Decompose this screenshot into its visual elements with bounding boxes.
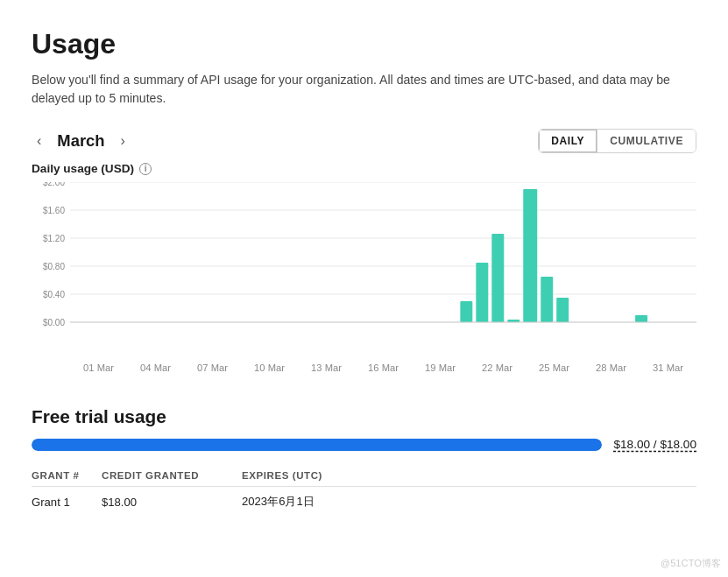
- free-trial-section: Free trial usage $18.00 / $18.00 GRANT #…: [32, 406, 696, 517]
- x-label-13mar: 13 Mar: [298, 362, 355, 373]
- x-label-01mar: 01 Mar: [70, 362, 127, 373]
- info-icon[interactable]: i: [139, 163, 152, 175]
- grant-row-1: Grant 1 $18.00 2023年6月1日: [32, 487, 696, 517]
- svg-text:$2.00: $2.00: [43, 182, 65, 187]
- chart-title: Daily usage (USD) i: [32, 162, 696, 175]
- page-title: Usage: [32, 28, 696, 60]
- progress-label: $18.00 / $18.00: [614, 438, 697, 451]
- svg-rect-16: [523, 189, 537, 322]
- grants-col-header-credit: CREDIT GRANTED: [102, 465, 242, 487]
- subtitle: Below you'll find a summary of API usage…: [32, 71, 696, 108]
- x-label-04mar: 04 Mar: [127, 362, 184, 373]
- next-month-button[interactable]: ›: [116, 130, 131, 152]
- progress-bar-fill: [32, 439, 602, 451]
- progress-bar-background: [32, 439, 602, 451]
- svg-rect-14: [491, 234, 504, 322]
- grant-credit: $18.00: [102, 487, 242, 517]
- x-label-25mar: 25 Mar: [526, 362, 583, 373]
- cumulative-toggle-button[interactable]: CUMULATIVE: [597, 130, 696, 152]
- grant-number: Grant 1: [32, 487, 102, 517]
- svg-rect-18: [556, 298, 569, 322]
- grants-col-header-expires: EXPIRES (UTC): [242, 465, 696, 487]
- x-label-16mar: 16 Mar: [355, 362, 412, 373]
- svg-rect-19: [635, 315, 647, 322]
- svg-text:$0.00: $0.00: [43, 318, 65, 327]
- x-label-28mar: 28 Mar: [583, 362, 640, 373]
- x-label-10mar: 10 Mar: [241, 362, 298, 373]
- month-navigation: ‹ March ›: [32, 130, 131, 152]
- svg-text:$1.60: $1.60: [43, 206, 65, 215]
- progress-row: $18.00 / $18.00: [32, 438, 696, 451]
- nav-row: ‹ March › DAILY CUMULATIVE: [32, 129, 696, 153]
- svg-text:$0.80: $0.80: [43, 262, 65, 271]
- svg-rect-12: [460, 301, 472, 322]
- chart-container: $2.00 $1.60 $1.20 $0.80 $0.40 $0.00: [32, 182, 696, 375]
- x-label-19mar: 19 Mar: [412, 362, 469, 373]
- current-month: March: [57, 131, 104, 151]
- svg-text:$0.40: $0.40: [43, 290, 65, 299]
- view-toggle-group: DAILY CUMULATIVE: [538, 129, 696, 153]
- grant-expires: 2023年6月1日: [242, 487, 696, 517]
- x-label-31mar: 31 Mar: [640, 362, 696, 373]
- grants-col-header-grant: GRANT #: [32, 465, 102, 487]
- daily-toggle-button[interactable]: DAILY: [539, 130, 597, 152]
- svg-rect-17: [541, 277, 553, 322]
- svg-rect-13: [476, 263, 488, 322]
- prev-month-button[interactable]: ‹: [32, 130, 46, 152]
- chart-section: Daily usage (USD) i $2.00 $1.60 $1.20 $0…: [32, 162, 696, 375]
- grants-table: GRANT # CREDIT GRANTED EXPIRES (UTC) Gra…: [32, 465, 696, 517]
- svg-text:$1.20: $1.20: [43, 234, 65, 243]
- x-label-22mar: 22 Mar: [469, 362, 526, 373]
- x-label-07mar: 07 Mar: [184, 362, 241, 373]
- free-trial-title: Free trial usage: [32, 406, 696, 427]
- bar-chart: $2.00 $1.60 $1.20 $0.80 $0.40 $0.00: [32, 182, 696, 357]
- x-axis-labels: 01 Mar 04 Mar 07 Mar 10 Mar 13 Mar 16 Ma…: [32, 362, 696, 373]
